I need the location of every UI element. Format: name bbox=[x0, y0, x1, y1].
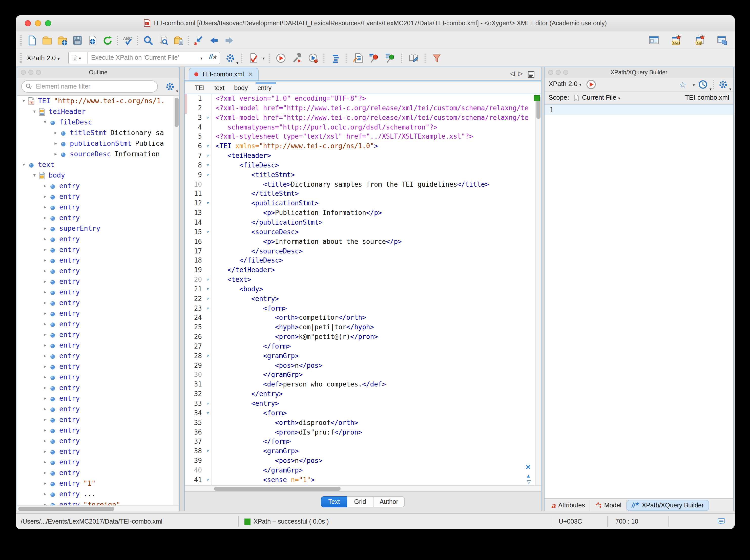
apply-transformation-button[interactable] bbox=[275, 52, 287, 64]
outline-tree-item[interactable]: ▶entry bbox=[17, 244, 179, 255]
code-line[interactable]: 20▿ <text> bbox=[185, 275, 532, 285]
fold-toggle-icon[interactable]: ▿ bbox=[204, 171, 212, 180]
configure-transformation-button[interactable] bbox=[291, 52, 303, 64]
find-next-icon[interactable]: ▽ bbox=[527, 479, 531, 485]
find-previous-icon[interactable]: ▲ bbox=[526, 473, 531, 479]
expander-closed-icon[interactable]: ▶ bbox=[41, 499, 48, 505]
outline-tree-item[interactable]: ▶entry bbox=[17, 181, 179, 191]
xml-code-area[interactable]: 1<?xml version="1.0" encoding="UTF-8"?>2… bbox=[185, 94, 532, 485]
code-line[interactable]: 13 <p>Publication Information</p> bbox=[185, 208, 532, 218]
validate-document-button[interactable] bbox=[248, 52, 260, 64]
save-button[interactable] bbox=[71, 34, 83, 46]
fold-toggle-icon[interactable]: ▿ bbox=[204, 409, 212, 418]
xpath-settings-gear-button[interactable]: ▾ bbox=[224, 52, 236, 64]
code-line[interactable]: 7▿ <teiHeader> bbox=[185, 151, 532, 161]
code-line[interactable]: 4 schematypens="http://purl.oclc.org/dsd… bbox=[185, 123, 532, 132]
outline-tree-item[interactable]: ▶entry"1" bbox=[17, 478, 179, 489]
comment-bubble-icon[interactable] bbox=[717, 518, 726, 527]
format-and-indent-button[interactable] bbox=[352, 52, 364, 64]
chevron-down-icon[interactable]: ▾ bbox=[693, 83, 695, 87]
fold-toggle-icon[interactable]: ▿ bbox=[204, 294, 212, 304]
code-line[interactable]: 21▿ <body> bbox=[185, 285, 532, 295]
outline-tree-item[interactable]: ▶entry bbox=[17, 414, 179, 425]
chevron-down-icon[interactable]: ▾ bbox=[79, 56, 81, 61]
expander-closed-icon[interactable]: ▶ bbox=[41, 244, 48, 255]
outline-tree-item[interactable]: ▶publicationStmtPublica bbox=[17, 138, 179, 149]
outline-tree-item[interactable]: ▶entry bbox=[17, 457, 179, 467]
code-line[interactable]: 9▿ <titleStmt> bbox=[185, 171, 532, 180]
code-line[interactable]: 31 <def>person who competes.</def> bbox=[185, 380, 532, 390]
builder-settings-gear-button[interactable]: ▾ bbox=[717, 78, 729, 91]
code-line[interactable]: 24 <orth>competitor</orth> bbox=[185, 313, 532, 323]
code-line[interactable]: 23▿ <form> bbox=[185, 304, 532, 313]
code-line[interactable]: 5<?xml-stylesheet type="text/xsl" href="… bbox=[185, 132, 532, 142]
expander-closed-icon[interactable]: ▶ bbox=[41, 467, 48, 478]
expander-open-icon[interactable]: ▼ bbox=[31, 170, 38, 181]
expander-closed-icon[interactable]: ▶ bbox=[41, 361, 48, 372]
code-line[interactable]: 3▿<?xml-model href="http://www.tei-c.org… bbox=[185, 113, 532, 123]
find-resource-button[interactable] bbox=[173, 34, 185, 46]
outline-vertical-scrollbar[interactable] bbox=[174, 96, 179, 505]
xpath-expression-editor[interactable]: 1 bbox=[545, 105, 733, 498]
outline-tree-item[interactable]: ▶entry bbox=[17, 425, 179, 436]
outline-tree-item[interactable]: ▼fileDesc bbox=[17, 117, 179, 127]
outline-tree-item[interactable]: ▶entry bbox=[17, 213, 179, 223]
outline-panel-header[interactable]: Outline bbox=[17, 67, 179, 77]
code-line[interactable]: 40 </gramGrp> bbox=[185, 466, 532, 476]
code-line[interactable]: 18 </fileDesc> bbox=[185, 256, 532, 266]
expander-closed-icon[interactable]: ▶ bbox=[41, 276, 48, 287]
outline-tree-item[interactable]: ▶entry bbox=[17, 319, 179, 329]
expander-closed-icon[interactable]: ▶ bbox=[41, 478, 48, 489]
outline-tree[interactable]: ▼TEITEI"http://www.tei-c.org/ns/1.▼teiHe… bbox=[17, 96, 179, 505]
code-line[interactable]: 2<?xml-model href="http://www.tei-c.org/… bbox=[185, 104, 532, 113]
indent-selection-button[interactable] bbox=[330, 52, 341, 64]
outline-tree-item[interactable]: ▶entry bbox=[17, 308, 179, 319]
favorites-star-button[interactable]: ☆ bbox=[677, 78, 689, 91]
expander-closed-icon[interactable]: ▶ bbox=[41, 393, 48, 404]
expander-open-icon[interactable]: ▼ bbox=[41, 117, 48, 127]
outline-tree-item[interactable]: ▶entry bbox=[17, 361, 179, 372]
fold-toggle-icon[interactable]: ▿ bbox=[204, 352, 212, 361]
outline-tree-item[interactable]: ▼teiHeader bbox=[17, 106, 179, 117]
outline-tree-item[interactable]: ▶entry bbox=[17, 404, 179, 414]
open-url-button[interactable] bbox=[56, 34, 68, 46]
code-line[interactable]: 22▿ <entry> bbox=[185, 294, 532, 304]
open-folder-button[interactable] bbox=[41, 34, 53, 46]
fold-toggle-icon[interactable]: ▿ bbox=[204, 285, 212, 295]
fold-toggle-icon[interactable]: ▿ bbox=[204, 228, 212, 237]
chevron-down-icon[interactable]: ▾ bbox=[200, 56, 202, 61]
expander-closed-icon[interactable]: ▶ bbox=[41, 414, 48, 425]
code-line[interactable]: 37 </form> bbox=[185, 437, 532, 447]
code-line[interactable]: 35 <orth>disproof</orth> bbox=[185, 418, 532, 428]
expander-closed-icon[interactable]: ▶ bbox=[41, 255, 48, 265]
expander-closed-icon[interactable]: ▶ bbox=[41, 425, 48, 436]
scrollbar-thumb[interactable] bbox=[18, 507, 114, 511]
outline-tree-item[interactable]: ▼TEITEI"http://www.tei-c.org/ns/1. bbox=[17, 96, 179, 106]
expander-closed-icon[interactable]: ▶ bbox=[41, 213, 48, 223]
breadcrumb-item-text[interactable]: text bbox=[214, 81, 224, 94]
code-line[interactable]: 38▿ <gramGrp> bbox=[185, 447, 532, 456]
toolbar-drag-handle[interactable] bbox=[20, 53, 22, 63]
expander-closed-icon[interactable]: ▶ bbox=[41, 457, 48, 467]
code-line[interactable]: 41▿ <sense n="1"> bbox=[185, 476, 532, 485]
history-clock-button[interactable]: ▾ bbox=[697, 78, 709, 91]
outline-tree-item[interactable]: ▶entry bbox=[17, 297, 179, 308]
expander-closed-icon[interactable]: ▶ bbox=[41, 181, 48, 191]
fold-toggle-icon[interactable]: ▿ bbox=[204, 476, 212, 485]
code-line[interactable]: 29 <pos>n</pos> bbox=[185, 361, 532, 371]
expander-closed-icon[interactable]: ▶ bbox=[52, 127, 59, 138]
fold-toggle-icon[interactable]: ▿ bbox=[204, 447, 212, 456]
code-line[interactable]: 32 </entry> bbox=[185, 389, 532, 399]
scrollbar-thumb[interactable] bbox=[175, 98, 179, 127]
view-text-button[interactable]: Text bbox=[321, 496, 347, 507]
new-document-button[interactable] bbox=[26, 34, 38, 46]
close-tab-icon[interactable]: ✕ bbox=[248, 71, 253, 78]
code-line[interactable]: 8▿ <fileDesc> bbox=[185, 161, 532, 171]
outline-tree-item[interactable]: ▶entry bbox=[17, 265, 179, 276]
code-line[interactable]: 14 </publicationStmt> bbox=[185, 218, 532, 228]
debug-transformation-button[interactable] bbox=[307, 52, 319, 64]
outline-tree-item[interactable]: ▶entry bbox=[17, 340, 179, 351]
fold-toggle-icon[interactable]: ▿ bbox=[204, 113, 212, 123]
expander-closed-icon[interactable]: ▶ bbox=[41, 436, 48, 446]
reload-button[interactable] bbox=[102, 34, 114, 46]
